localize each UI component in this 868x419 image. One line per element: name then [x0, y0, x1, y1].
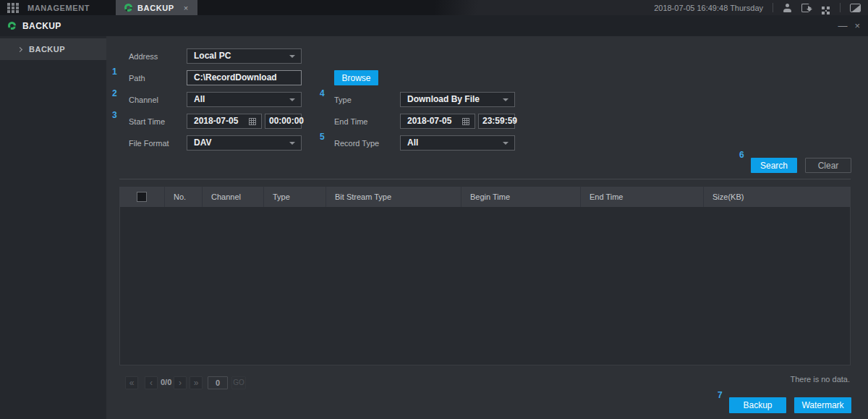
callout-4: 4: [320, 88, 325, 98]
qr-code-icon[interactable]: [822, 7, 825, 9]
backup-app-window: MANAGEMENT BACKUP × 2018-07-05 16:49:48 …: [0, 0, 868, 419]
address-select[interactable]: Local PC: [187, 48, 302, 64]
type-select[interactable]: Download By File: [400, 92, 515, 107]
record-type-label: Record Type: [334, 139, 379, 148]
file-format-select[interactable]: DAV: [187, 135, 302, 151]
pagination-last-button[interactable]: »: [190, 376, 203, 389]
channel-select[interactable]: All: [187, 92, 302, 107]
tab-management[interactable]: MANAGEMENT: [19, 0, 98, 15]
channel-label: Channel: [129, 96, 158, 104]
column-header-type: Type: [264, 187, 326, 207]
column-header-bit-stream-type: Bit Stream Type: [326, 187, 461, 207]
tab-management-label: MANAGEMENT: [27, 4, 90, 12]
tab-close-icon[interactable]: ×: [184, 4, 189, 12]
tab-backup[interactable]: BACKUP ×: [116, 0, 197, 15]
user-icon[interactable]: [783, 4, 792, 12]
pagination-page-input[interactable]: [208, 376, 228, 389]
sidebar-item-label: BACKUP: [29, 45, 65, 54]
browse-button[interactable]: Browse: [334, 70, 378, 85]
apps-grid-icon[interactable]: [7, 3, 10, 6]
callout-3: 3: [112, 110, 117, 120]
topbar-separator: [773, 3, 773, 12]
main-content: 1 2 3 4 5 6 Address Path Channel Start T…: [106, 36, 868, 419]
callout-7: 7: [718, 390, 723, 400]
dropdown-arrow-icon: [503, 98, 509, 101]
start-time-label: Start Time: [129, 117, 165, 126]
record-type-select[interactable]: All: [400, 135, 515, 151]
start-date-value: 2018-07-05: [194, 116, 238, 126]
chevron-right-icon: [17, 46, 22, 51]
sidebar-item-backup[interactable]: BACKUP: [0, 38, 106, 60]
select-all-cell: [119, 187, 165, 207]
minimize-button[interactable]: —: [838, 21, 847, 30]
column-header-size-kb: Size(KB): [704, 187, 851, 207]
select-all-checkbox[interactable]: [137, 192, 147, 202]
path-input[interactable]: C:\RecordDownload: [187, 70, 302, 85]
datetime-display: 2018-07-05 16:49:48 Thursday: [654, 4, 763, 12]
close-button[interactable]: ×: [854, 21, 860, 30]
pagination-next-button[interactable]: ›: [174, 376, 187, 389]
backup-button[interactable]: Backup: [729, 397, 786, 413]
page-title: BACKUP: [22, 21, 61, 31]
results-table-header: No. Channel Type Bit Stream Type Begin T…: [119, 187, 851, 207]
logout-control[interactable]: [801, 4, 812, 12]
watermark-button[interactable]: Watermark: [794, 397, 851, 413]
end-date-value: 2018-07-05: [407, 116, 451, 126]
type-value: Download By File: [407, 94, 480, 104]
dropdown-arrow-icon: [289, 98, 295, 101]
callout-5: 5: [320, 132, 325, 142]
clear-button[interactable]: Clear: [805, 158, 851, 173]
top-tab-bar: MANAGEMENT BACKUP × 2018-07-05 16:49:48 …: [0, 0, 868, 15]
column-header-no: No.: [165, 187, 203, 207]
type-label: Type: [334, 96, 352, 104]
file-format-label: File Format: [129, 139, 169, 148]
pagination-page-info: 0/0: [161, 378, 171, 386]
callout-2: 2: [112, 88, 117, 98]
backup-tab-icon: [124, 4, 132, 12]
address-label: Address: [129, 52, 158, 61]
pagination-first-button[interactable]: «: [125, 376, 138, 389]
results-table-body: [119, 207, 851, 365]
calendar-icon[interactable]: [249, 118, 256, 125]
callout-1: 1: [112, 67, 117, 77]
start-date-input[interactable]: 2018-07-05: [187, 114, 262, 129]
pagination-prev-button[interactable]: ‹: [145, 376, 158, 389]
end-time-input[interactable]: 23:59:59: [478, 114, 515, 129]
path-value: C:\RecordDownload: [194, 72, 277, 82]
dropdown-arrow-icon: [503, 142, 509, 145]
column-header-begin-time: Begin Time: [461, 187, 581, 207]
backup-title-icon: [8, 22, 16, 30]
file-format-value: DAV: [194, 137, 211, 148]
section-divider: [119, 179, 851, 179]
dropdown-arrow-icon: [289, 142, 295, 145]
window-title-bar: BACKUP — ×: [0, 15, 868, 36]
record-type-value: All: [407, 137, 418, 148]
search-button[interactable]: Search: [751, 158, 797, 173]
empty-data-message: There is no data.: [790, 375, 850, 384]
topbar-separator-2: [840, 3, 841, 12]
sidebar: BACKUP: [0, 36, 106, 419]
callout-6: 6: [739, 150, 744, 160]
start-time-value: 00:00:00: [269, 116, 304, 126]
start-time-input[interactable]: 00:00:00: [265, 114, 302, 129]
address-value: Local PC: [194, 51, 231, 61]
topbar-right-cluster: 2018-07-05 16:49:48 Thursday: [654, 3, 868, 12]
tab-backup-label: BACKUP: [137, 4, 174, 12]
end-time-label: End Time: [334, 117, 367, 126]
end-date-input[interactable]: 2018-07-05: [400, 114, 475, 129]
monitor-icon[interactable]: [850, 4, 861, 12]
calendar-icon[interactable]: [462, 118, 469, 125]
logout-icon: [801, 4, 809, 12]
path-label: Path: [129, 74, 145, 82]
end-time-value: 23:59:59: [482, 116, 517, 126]
column-header-end-time: End Time: [581, 187, 704, 207]
channel-value: All: [194, 94, 205, 104]
dropdown-arrow-icon: [289, 55, 295, 58]
column-header-channel: Channel: [203, 187, 264, 207]
pagination-go-button[interactable]: GO: [231, 376, 246, 389]
